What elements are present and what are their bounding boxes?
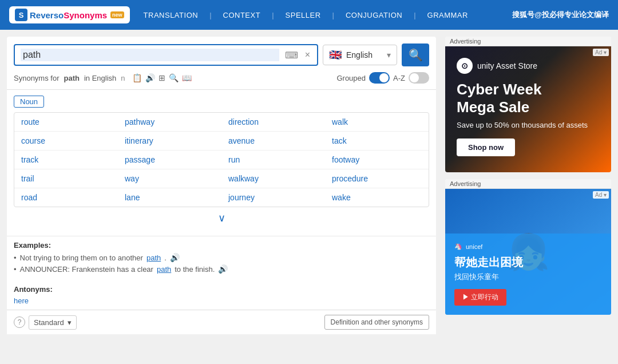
unicef-action-button[interactable]: ▶ 立即行动 bbox=[454, 289, 506, 306]
synonym-cell[interactable]: trail bbox=[14, 169, 118, 188]
example-2-after: to the finish. bbox=[175, 265, 215, 274]
unity-ad-inner: Ad ▾ ⊙ unity Asset Store Cyber WeekMega … bbox=[445, 46, 611, 172]
synonym-cell[interactable]: course bbox=[14, 132, 118, 151]
synonym-cell[interactable]: footway bbox=[325, 151, 429, 169]
advertising-label-1: Advertising bbox=[445, 37, 611, 46]
examples-title: Examples: bbox=[14, 241, 429, 250]
unity-shop-button[interactable]: Shop now bbox=[457, 139, 515, 156]
az-switch[interactable] bbox=[409, 72, 429, 84]
synonym-cell[interactable]: pathway bbox=[118, 113, 221, 132]
search-button[interactable]: 🔍 bbox=[402, 43, 429, 66]
search-row: ⌨ × 🇬🇧 English ▾ 🔍 bbox=[14, 43, 429, 66]
info-row: Synonyms for path in English n 📋 🔊 ⊞ 🔍 📖… bbox=[7, 66, 436, 90]
top-navigation: S ReversoSynonyms new TRANSLATION | CONT… bbox=[0, 0, 618, 30]
unity-logo: ⊙ unity Asset Store bbox=[457, 58, 600, 74]
nav-conjugation[interactable]: CONJUGATION bbox=[346, 11, 402, 19]
synonym-cell[interactable]: walkway bbox=[221, 169, 325, 188]
synonym-cell[interactable]: journey bbox=[221, 188, 325, 207]
synonyms-for-label: Synonyms for bbox=[14, 74, 59, 82]
example-1-after: . bbox=[164, 254, 167, 262]
search-input-wrapper: ⌨ × bbox=[14, 44, 318, 66]
example-2-audio-icon[interactable]: 🔊 bbox=[218, 264, 228, 274]
nav-translation[interactable]: TRANSLATION bbox=[144, 11, 199, 19]
zoom-icon[interactable]: 🔍 bbox=[169, 73, 179, 82]
audio-icon[interactable]: 🔊 bbox=[145, 73, 155, 82]
logo[interactable]: S ReversoSynonyms new bbox=[9, 6, 130, 23]
definition-button[interactable]: Definition and other synonyms bbox=[324, 315, 429, 330]
synonym-cell[interactable]: procedure bbox=[325, 169, 429, 188]
nav-context[interactable]: CONTEXT bbox=[223, 11, 261, 19]
grouped-knob bbox=[379, 73, 389, 82]
synonym-cell[interactable]: wake bbox=[325, 188, 429, 207]
unity-headline: Cyber WeekMega Sale bbox=[457, 81, 600, 116]
unicef-headline: 帮她走出困境 bbox=[454, 255, 602, 270]
copy-icon[interactable]: 📋 bbox=[132, 73, 142, 82]
unicef-ad: Advertising Ad ▾ 👧 🦄 unicef 帮她走出困境 找回快乐童… bbox=[445, 179, 611, 315]
unicef-logo-text: unicef bbox=[466, 243, 482, 250]
grouped-switch[interactable] bbox=[369, 72, 390, 84]
expand-row: ∨ bbox=[14, 207, 429, 229]
example-1-audio-icon[interactable]: 🔊 bbox=[170, 253, 180, 262]
synonyms-grid: routepathwaydirectionwalkcourseitinerary… bbox=[14, 112, 429, 207]
unity-ad: Advertising Ad ▾ ⊙ unity Asset Store Cyb… bbox=[445, 37, 611, 172]
unity-ad-label[interactable]: Ad ▾ bbox=[593, 49, 609, 56]
unicef-logo-icon: 🦄 bbox=[454, 243, 462, 250]
az-knob bbox=[410, 73, 419, 82]
unity-logo-text: unity Asset Store bbox=[477, 61, 537, 70]
example-1-link[interactable]: path bbox=[146, 254, 161, 262]
help-icon[interactable]: ? bbox=[14, 316, 25, 328]
synonym-cell[interactable]: run bbox=[221, 151, 325, 169]
grouped-label: Grouped bbox=[336, 74, 366, 82]
synonyms-section: Noun routepathwaydirectionwalkcourseitin… bbox=[7, 90, 436, 236]
grid-icon[interactable]: ⊞ bbox=[159, 73, 165, 82]
nav-links: TRANSLATION | CONTEXT | SPELLER | CONJUG… bbox=[144, 11, 468, 19]
antonym-here[interactable]: here bbox=[14, 296, 29, 305]
synonym-cell[interactable]: passage bbox=[118, 151, 221, 169]
logo-s-icon: S bbox=[15, 9, 27, 21]
synonym-cell[interactable]: avenue bbox=[221, 132, 325, 151]
grouped-toggle: Grouped A-Z bbox=[336, 72, 429, 84]
advertising-label-2: Advertising bbox=[445, 179, 611, 189]
antonyms-title: Antonyms: bbox=[14, 285, 429, 294]
synonym-cell[interactable]: tack bbox=[325, 132, 429, 151]
language-selector[interactable]: 🇬🇧 English ▾ bbox=[323, 45, 397, 65]
synonym-cell[interactable]: route bbox=[14, 113, 118, 132]
synonym-cell[interactable]: road bbox=[14, 188, 118, 207]
unity-logo-icon: ⊙ bbox=[457, 58, 473, 74]
example-item-2: ANNOUNCER: Frankenstein has a clear path… bbox=[14, 264, 429, 274]
synonym-cell[interactable]: itinerary bbox=[118, 132, 221, 151]
standard-select[interactable]: Standard ▾ bbox=[29, 315, 77, 330]
watermark-text: 搜狐号@投必得专业论文编译 bbox=[512, 10, 609, 20]
flag-icon: 🇬🇧 bbox=[329, 49, 342, 61]
unicef-ad-label[interactable]: Ad ▾ bbox=[593, 191, 609, 199]
examples-section: Examples: Not trying to bring them on to… bbox=[7, 236, 436, 280]
synonym-cell[interactable]: walk bbox=[325, 113, 429, 132]
book-icon[interactable]: 📖 bbox=[182, 73, 192, 82]
antonyms-section: Antonyms: here bbox=[7, 280, 436, 310]
search-input[interactable] bbox=[21, 49, 279, 61]
unity-subtext: Save up to 50% on thousands of assets bbox=[457, 121, 600, 129]
example-2-link[interactable]: path bbox=[157, 265, 171, 274]
unicef-subtext: 找回快乐童年 bbox=[454, 272, 602, 282]
content-area: ⌨ × 🇬🇧 English ▾ 🔍 Synonyms for path in … bbox=[7, 37, 436, 334]
nav-speller[interactable]: SPELLER bbox=[286, 11, 321, 19]
dropdown-arrow-icon: ▾ bbox=[387, 50, 391, 60]
example-2-before: ANNOUNCER: Frankenstein has a clear bbox=[20, 265, 153, 274]
synonym-cell[interactable]: direction bbox=[221, 113, 325, 132]
language-name: English bbox=[346, 50, 373, 60]
search-magnifier-icon: 🔍 bbox=[409, 48, 423, 62]
synonym-cell[interactable]: lane bbox=[118, 188, 221, 207]
logo-new-badge: new bbox=[110, 11, 124, 18]
expand-button[interactable]: ∨ bbox=[218, 212, 225, 224]
main-wrapper: ⌨ × 🇬🇧 English ▾ 🔍 Synonyms for path in … bbox=[0, 30, 618, 341]
unicef-overlay: 🦄 unicef 帮她走出困境 找回快乐童年 ▶ 立即行动 bbox=[445, 234, 611, 315]
in-language-label: in English bbox=[84, 74, 116, 82]
keyboard-icon[interactable]: ⌨ bbox=[284, 50, 299, 61]
standard-label: Standard bbox=[34, 318, 64, 327]
clear-icon[interactable]: × bbox=[304, 50, 311, 60]
unicef-ad-inner: Ad ▾ 👧 🦄 unicef 帮她走出困境 找回快乐童年 ▶ 立即行动 bbox=[445, 189, 611, 315]
az-label: A-Z bbox=[393, 74, 405, 82]
nav-grammar[interactable]: GRAMMAR bbox=[427, 11, 468, 19]
synonym-cell[interactable]: way bbox=[118, 169, 221, 188]
synonym-cell[interactable]: track bbox=[14, 151, 118, 169]
